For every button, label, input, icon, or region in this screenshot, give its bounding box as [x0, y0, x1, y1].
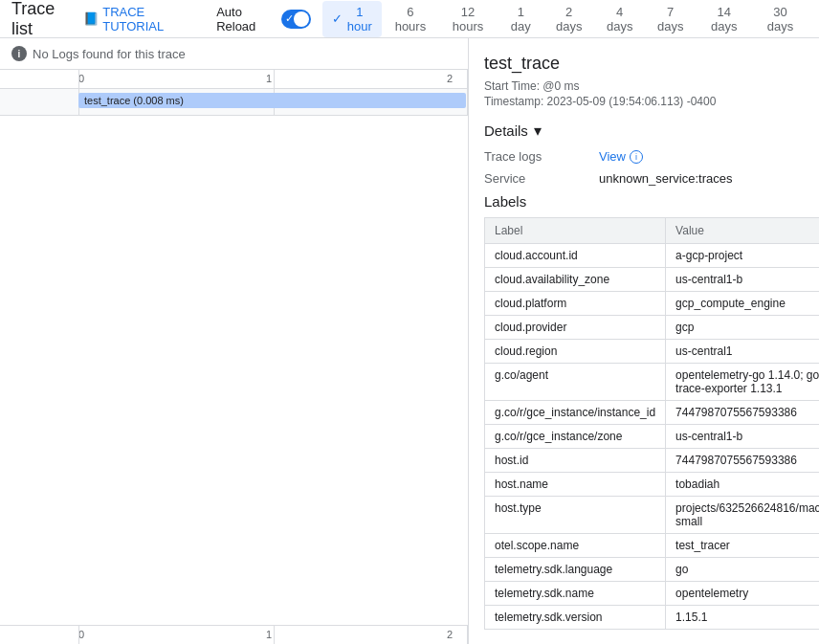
span-label: test_trace (0.008 ms) [84, 95, 184, 106]
label-cell: g.co/r/gce_instance/instance_id [485, 401, 666, 425]
value-cell: us-central1 [666, 340, 819, 364]
table-row: telemetry.sdk.languagego [485, 558, 820, 582]
label-cell: host.name [485, 473, 666, 497]
value-cell: gcp_compute_engine [666, 292, 819, 316]
scale-bottom-2: 2 [447, 629, 453, 640]
top-scale: 0 1 2 [0, 70, 468, 89]
table-row: telemetry.sdk.version1.15.1 [485, 606, 820, 630]
info-icon: i [11, 46, 27, 61]
trace-start-time: Start Time: @0 ms [484, 79, 804, 93]
time-btn-7days[interactable]: 7 days [646, 1, 695, 37]
service-label: Service [484, 171, 599, 186]
auto-reload-label: Auto Reload [216, 5, 276, 33]
time-range-selector: ✓ 1 hour 6 hours 12 hours 1 day 2 days 4… [322, 1, 808, 37]
label-cell: cloud.provider [485, 316, 666, 340]
value-cell: 7447987075567593386 [666, 449, 819, 473]
label-cell: host.type [485, 497, 666, 534]
trace-logs-view-link[interactable]: View i [599, 149, 643, 164]
value-cell: us-central1-b [666, 425, 819, 449]
service-value: unknown_service:traces [599, 171, 732, 186]
label-cell: cloud.platform [485, 292, 666, 316]
info-bar: i No Logs found for this trace [0, 38, 468, 70]
table-row: g.co/agentopentelemetry-go 1.14.0; googl… [485, 364, 820, 401]
trace-name: test_trace [484, 54, 804, 74]
auto-reload-control: Auto Reload ✓ [216, 5, 311, 33]
time-btn-1hour[interactable]: ✓ 1 hour [322, 1, 382, 37]
label-cell: telemetry.sdk.version [485, 606, 666, 630]
value-cell: us-central1-b [666, 268, 819, 292]
toggle-thumb [294, 11, 309, 27]
bottom-scale: 0 1 2 [0, 625, 468, 644]
label-cell: g.co/agent [485, 364, 666, 401]
timeline-container: 0 1 2 test_trace (0.008 [0, 70, 468, 644]
table-row: cloud.providergcp [485, 316, 820, 340]
scale-top-1: 1 [266, 73, 272, 84]
value-cell: opentelemetry-go 1.14.0; google-cloud-tr… [666, 364, 819, 401]
trace-logs-row: Trace logs View i [484, 149, 804, 164]
table-row: g.co/r/gce_instance/instance_id744798707… [485, 401, 820, 425]
tutorial-label: TRACE TUTORIAL [102, 5, 193, 33]
col-value-header: Value [666, 218, 819, 244]
header: Trace list 📘 TRACE TUTORIAL Auto Reload … [0, 0, 819, 38]
table-row: cloud.availability_zoneus-central1-b [485, 268, 820, 292]
chevron-down-icon: ▾ [534, 122, 542, 140]
labels-table: Label Value cloud.account.ida-gcp-projec… [484, 217, 819, 630]
labels-title: Labels [484, 193, 804, 210]
label-cell: cloud.availability_zone [485, 268, 666, 292]
details-collapse-header[interactable]: Details ▾ [484, 122, 804, 140]
time-btn-4days[interactable]: 4 days [595, 1, 644, 37]
value-cell: go [666, 558, 819, 582]
time-btn-1day[interactable]: 1 day [498, 1, 542, 37]
trace-tutorial-link[interactable]: 📘 TRACE TUTORIAL [83, 5, 193, 33]
span-bar[interactable]: test_trace (0.008 ms) [78, 93, 466, 108]
value-cell: tobadiah [666, 473, 819, 497]
labels-section: Labels Label Value cloud.account.ida-gcp… [484, 193, 804, 630]
scale-bottom-1: 1 [266, 629, 272, 640]
trace-row[interactable]: test_trace (0.008 ms) [0, 89, 468, 116]
table-row: cloud.account.ida-gcp-project [485, 244, 820, 268]
table-row: telemetry.sdk.nameopentelemetry [485, 582, 820, 606]
label-cell: telemetry.sdk.language [485, 558, 666, 582]
value-cell: gcp [666, 316, 819, 340]
table-row: cloud.platformgcp_compute_engine [485, 292, 820, 316]
table-row: otel.scope.nametest_tracer [485, 534, 820, 558]
table-row: cloud.regionus-central1 [485, 340, 820, 364]
time-btn-14days[interactable]: 14 days [697, 1, 751, 37]
time-btn-2days[interactable]: 2 days [544, 1, 593, 37]
col-label-header: Label [485, 218, 666, 244]
service-row: Service unknown_service:traces [484, 171, 804, 186]
trace-list-panel: i No Logs found for this trace 0 1 2 [0, 38, 469, 644]
label-cell: g.co/r/gce_instance/zone [485, 425, 666, 449]
label-cell: cloud.region [485, 340, 666, 364]
trace-logs-label: Trace logs [484, 149, 599, 164]
value-cell: a-gcp-project [666, 244, 819, 268]
info-circle-icon: i [630, 150, 643, 164]
label-cell: telemetry.sdk.name [485, 582, 666, 606]
time-btn-12hours[interactable]: 12 hours [438, 1, 497, 37]
value-cell: test_tracer [666, 534, 819, 558]
time-btn-6hours[interactable]: 6 hours [384, 1, 436, 37]
value-cell: 1.15.1 [666, 606, 819, 630]
table-row: g.co/r/gce_instance/zoneus-central1-b [485, 425, 820, 449]
time-btn-30days[interactable]: 30 days [753, 1, 808, 37]
value-cell: opentelemetry [666, 582, 819, 606]
value-cell: 7447987075567593386 [666, 401, 819, 425]
table-row: host.typeprojects/632526624816/machineTy… [485, 497, 820, 534]
trace-timestamp: Timestamp: 2023-05-09 (19:54:06.113) -04… [484, 95, 804, 108]
label-cell: otel.scope.name [485, 534, 666, 558]
auto-reload-toggle[interactable]: ✓ [281, 10, 311, 29]
table-row: host.nametobadiah [485, 473, 820, 497]
main-content: i No Logs found for this trace 0 1 2 [0, 38, 819, 644]
trace-detail-panel: test_trace Start Time: @0 ms Timestamp: … [469, 38, 819, 644]
table-row: host.id7447987075567593386 [485, 449, 820, 473]
scale-top-2: 2 [447, 73, 453, 84]
value-cell: projects/632526624816/machineTypes/e2-sm… [666, 497, 819, 534]
info-message: No Logs found for this trace [33, 47, 186, 61]
details-label: Details [484, 122, 528, 139]
label-cell: host.id [485, 449, 666, 473]
check-icon: ✓ [332, 11, 343, 26]
book-icon: 📘 [83, 11, 99, 26]
label-cell: cloud.account.id [485, 244, 666, 268]
toggle-check-icon: ✓ [285, 12, 294, 25]
page-title: Trace list [11, 0, 72, 39]
